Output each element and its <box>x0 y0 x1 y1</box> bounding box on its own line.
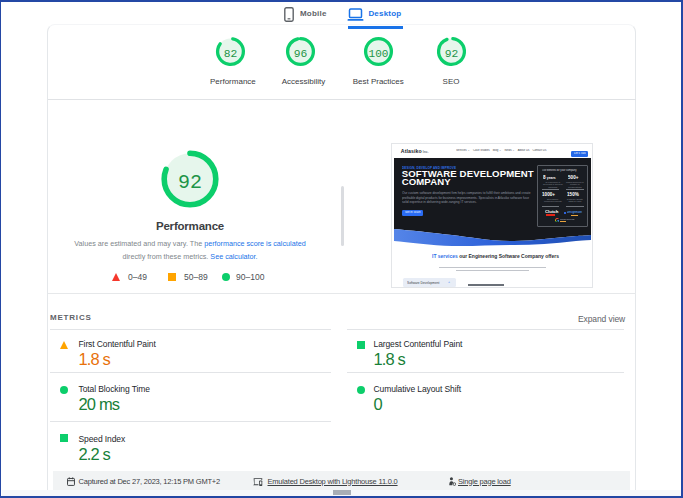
svg-text:100: 100 <box>368 48 388 60</box>
svg-text:96: 96 <box>294 48 308 60</box>
svg-text:82: 82 <box>224 48 238 60</box>
svg-text:92: 92 <box>178 171 202 194</box>
svg-text:92: 92 <box>444 48 458 60</box>
